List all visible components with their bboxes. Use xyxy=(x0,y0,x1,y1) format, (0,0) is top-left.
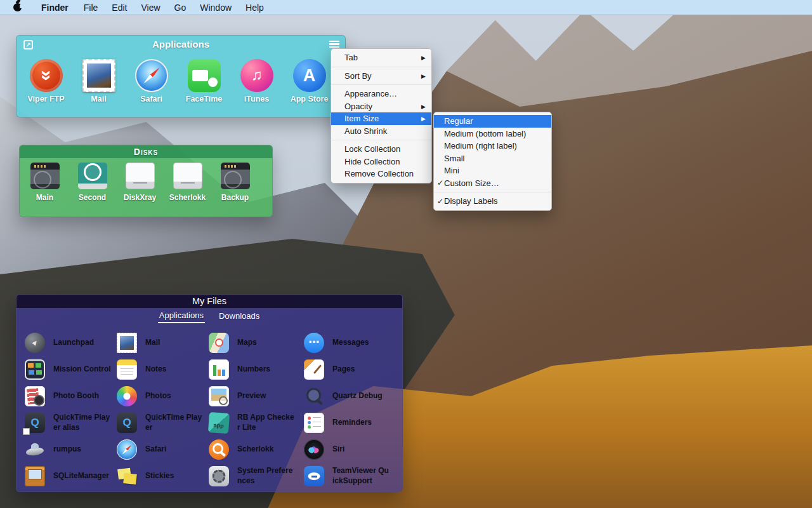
grid-item-maps[interactable]: Maps xyxy=(209,330,304,356)
menubar-item-edit[interactable]: Edit xyxy=(105,0,134,15)
grid-item-quartz-debug[interactable]: Quartz Debug xyxy=(304,383,399,410)
submenu-item-medium-bottom-label[interactable]: Medium (bottom label) xyxy=(434,128,551,140)
grid-item-label: QuickTime Play er xyxy=(145,413,209,432)
grid-item-siri[interactable]: Siri xyxy=(304,436,399,463)
menu-item-sort-by[interactable]: Sort By xyxy=(331,70,431,83)
submenu-item-custom-size[interactable]: Custom Size… xyxy=(434,177,551,190)
pages-document-icon xyxy=(304,359,324,380)
tab-applications[interactable]: Applications xyxy=(158,309,205,323)
open-in-window-icon[interactable]: ↗ xyxy=(23,40,33,50)
quicktime-alias-icon xyxy=(25,413,45,433)
app-item-mail[interactable]: Mail xyxy=(72,59,125,104)
menu-separator xyxy=(331,67,431,67)
photos-pinwheel-icon xyxy=(117,386,137,406)
grid-item-pages[interactable]: Pages xyxy=(304,356,399,383)
menu-separator xyxy=(434,192,551,192)
menubar-item-file[interactable]: File xyxy=(77,0,105,15)
disk-item-second[interactable]: Second xyxy=(69,163,116,202)
grid-item-preview[interactable]: Preview xyxy=(209,383,304,410)
app-item-itunes[interactable]: iTunes xyxy=(230,59,283,104)
menu-item-label: Auto Shrink xyxy=(331,126,431,136)
disk-item-diskxray[interactable]: DiskXray xyxy=(116,163,164,202)
app-item-facetime[interactable]: FaceTime xyxy=(178,59,230,104)
menubar-item-view[interactable]: View xyxy=(134,0,167,15)
apple-menu-icon[interactable] xyxy=(13,3,22,11)
my-files-tab-bar: Applications Downloads xyxy=(16,308,402,324)
app-label: Mail xyxy=(91,95,106,104)
grid-item-rb-app-checker-lite[interactable]: RB App Checke r Lite xyxy=(209,410,304,436)
grid-item-photos[interactable]: Photos xyxy=(117,383,209,410)
grid-item-stickies[interactable]: Stickies xyxy=(117,463,209,490)
submenu-item-regular[interactable]: Regular xyxy=(434,115,551,128)
submenu-item-medium-right-label[interactable]: Medium (right label) xyxy=(434,140,551,152)
grid-item-quicktime-player-alias[interactable]: QuickTime Play er alias xyxy=(25,410,117,436)
grid-item-scherlokk[interactable]: Scherlokk xyxy=(209,436,304,463)
grid-item-system-preferences[interactable]: System Prefere nces xyxy=(209,463,304,490)
siri-wave-icon xyxy=(304,439,324,460)
grid-item-teamviewer-quicksupport[interactable]: TeamViewer Qu ickSupport xyxy=(304,463,399,490)
launchpad-icon xyxy=(25,333,45,353)
menu-item-tab[interactable]: Tab xyxy=(331,51,431,64)
grid-item-numbers[interactable]: Numbers xyxy=(209,356,304,383)
viper-ftp-icon xyxy=(30,59,63,92)
grid-item-photo-booth[interactable]: Photo Booth xyxy=(25,383,117,410)
time-machine-drive-icon xyxy=(78,163,107,189)
app-label: Viper FTP xyxy=(27,95,64,104)
disk-label: Scherlokk xyxy=(169,193,206,202)
applications-collection-titlebar[interactable]: Applications xyxy=(16,36,345,53)
grid-item-messages[interactable]: Messages xyxy=(304,330,399,356)
menu-item-label: Lock Collection xyxy=(331,144,431,154)
preview-icon xyxy=(209,386,229,406)
disk-item-scherlokk[interactable]: Scherlokk xyxy=(164,163,211,202)
stickies-notes-icon xyxy=(117,466,137,486)
grid-item-label: Mail xyxy=(145,338,209,348)
menu-item-remove-collection[interactable]: Remove Collection xyxy=(331,168,431,180)
submenu-item-mini[interactable]: Mini xyxy=(434,164,551,177)
grid-item-label: Mission Control xyxy=(53,364,117,375)
disk-item-backup[interactable]: Backup xyxy=(211,163,259,202)
grid-item-mission-control[interactable]: Mission Control xyxy=(25,356,117,383)
grid-item-label: Messages xyxy=(332,338,399,348)
hard-drive-light-icon xyxy=(173,163,202,189)
menu-item-label: Sort By xyxy=(331,71,431,81)
grid-item-reminders[interactable]: Reminders xyxy=(304,410,399,436)
menu-item-hide-collection[interactable]: Hide Collection xyxy=(331,156,431,168)
gear-icon xyxy=(209,466,229,486)
grid-item-label: Reminders xyxy=(332,418,399,428)
hamburger-menu-icon[interactable] xyxy=(329,41,339,48)
grid-item-label: Numbers xyxy=(237,364,304,375)
submenu-item-small[interactable]: Small xyxy=(434,152,551,165)
grid-item-label: Pages xyxy=(332,364,399,375)
mail-stamp-icon xyxy=(82,59,115,92)
grid-item-safari[interactable]: Safari xyxy=(117,436,209,463)
my-files-titlebar[interactable]: My Files xyxy=(16,295,402,308)
menu-item-label: Mini xyxy=(444,166,551,175)
menu-item-lock-collection[interactable]: Lock Collection xyxy=(331,143,431,156)
safari-compass-icon xyxy=(117,439,137,460)
menu-item-opacity[interactable]: Opacity xyxy=(331,100,431,113)
menu-item-auto-shrink[interactable]: Auto Shrink xyxy=(331,125,431,138)
disks-collection-titlebar[interactable]: Disks xyxy=(20,145,272,158)
app-item-safari[interactable]: Safari xyxy=(125,59,178,104)
menubar-item-window[interactable]: Window xyxy=(193,0,239,15)
tab-downloads[interactable]: Downloads xyxy=(218,310,261,323)
menu-item-label: Hide Collection xyxy=(331,157,431,166)
app-item-app-store[interactable]: App Store xyxy=(283,59,336,104)
grid-item-sqlitemanager[interactable]: SQLiteManager xyxy=(25,463,117,490)
grid-item-notes[interactable]: Notes xyxy=(117,356,209,383)
grid-item-quicktime-player[interactable]: QuickTime Play er xyxy=(117,410,209,436)
disk-item-main[interactable]: Main xyxy=(21,163,69,202)
grid-item-rumpus[interactable]: rumpus xyxy=(25,436,117,463)
menu-item-item-size[interactable]: Item Size xyxy=(331,112,431,125)
app-item-viper-ftp[interactable]: Viper FTP xyxy=(20,59,72,104)
app-label: Safari xyxy=(140,95,162,104)
menubar-item-go[interactable]: Go xyxy=(167,0,193,15)
menu-item-label: Tab xyxy=(331,53,431,62)
grid-item-launchpad[interactable]: Launchpad xyxy=(25,330,117,356)
menu-item-appearance[interactable]: Appearance… xyxy=(331,88,431,100)
menubar-item-finder[interactable]: Finder xyxy=(33,0,77,15)
app-store-icon xyxy=(293,59,326,92)
grid-item-mail[interactable]: Mail xyxy=(117,330,209,356)
submenu-item-display-labels[interactable]: Display Labels xyxy=(434,195,551,208)
menubar-item-help[interactable]: Help xyxy=(239,0,271,15)
